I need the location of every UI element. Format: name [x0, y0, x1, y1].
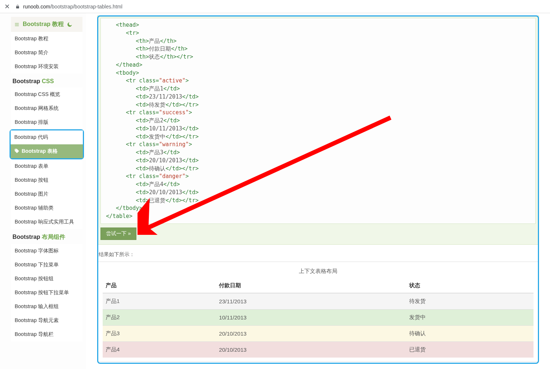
sidebar-item[interactable]: Bootstrap 导航元素	[11, 314, 82, 328]
sidebar-item-label: Bootstrap 导航元素	[15, 317, 59, 323]
sidebar-item-label: Bootstrap 导航栏	[15, 331, 54, 337]
sidebar-item-label: Bootstrap CSS 概览	[15, 91, 60, 97]
table-cell: 产品1	[103, 293, 216, 310]
table-cell: 10/11/2013	[216, 309, 406, 325]
sidebar-item[interactable]: Bootstrap 教程	[11, 32, 82, 46]
sidebar-item-label: Bootstrap 图片	[15, 191, 48, 197]
table-caption: 上下文表格布局	[103, 266, 534, 278]
table-cell: 23/11/2013	[216, 293, 406, 310]
sidebar-item[interactable]: Bootstrap 网格系统	[11, 101, 82, 115]
sidebar-item-label: Bootstrap 排版	[15, 119, 48, 125]
sidebar-item-label: Bootstrap 代码	[14, 134, 48, 140]
sidebar-header-label: Bootstrap 教程	[23, 21, 64, 28]
table-cell: 待发货	[406, 293, 534, 310]
menu-icon	[14, 22, 20, 27]
sidebar-item[interactable]: Bootstrap 简介	[11, 46, 82, 60]
sidebar-item-label: Bootstrap 输入框组	[15, 303, 59, 309]
sidebar-header[interactable]: Bootstrap 教程	[11, 17, 82, 32]
moon-icon[interactable]	[67, 22, 73, 27]
sidebar-item-label: Bootstrap 环境安装	[15, 63, 59, 69]
main-content: <thead> <tr> <th>产品</th> <th>付款日期</th> <…	[86, 13, 550, 369]
sidebar-item[interactable]: Bootstrap 排版	[11, 115, 82, 129]
table-row: 产品210/11/2013发货中	[103, 309, 534, 325]
sidebar-item-label: Bootstrap 辅助类	[15, 205, 54, 211]
sidebar-item[interactable]: Bootstrap 表格	[11, 144, 83, 158]
sidebar-item[interactable]: Bootstrap 环境安装	[11, 60, 82, 74]
sidebar-item-label: Bootstrap 简介	[15, 49, 48, 55]
sidebar-item-label: Bootstrap 表单	[15, 163, 48, 169]
sidebar-item-label: Bootstrap 字体图标	[15, 248, 59, 254]
sidebar-item[interactable]: Bootstrap 导航栏	[11, 328, 82, 341]
table-cell: 产品4	[103, 341, 216, 358]
sidebar-section-title: Bootstrap CSS	[11, 74, 82, 88]
sidebar-item[interactable]: Bootstrap 字体图标	[11, 244, 82, 258]
code-block: <thead> <tr> <th>产品</th> <th>付款日期</th> <…	[100, 18, 536, 224]
table-cell: 待确认	[406, 325, 534, 341]
try-it-button[interactable]: 尝试一下 »	[100, 228, 136, 240]
table-header-cell: 状态	[406, 278, 534, 293]
table-cell: 20/10/2013	[216, 341, 406, 358]
sidebar-section-title: Bootstrap 布局组件	[11, 229, 82, 244]
table-row: 产品320/10/2013待确认	[103, 325, 534, 341]
code-example-box: <thead> <tr> <th>产品</th> <th>付款日期</th> <…	[97, 15, 539, 245]
close-icon[interactable]: ✕	[4, 3, 10, 11]
sidebar-item-label: Bootstrap 响应式实用工具	[15, 219, 74, 225]
table-cell: 发货中	[406, 309, 534, 325]
sidebar-item-label: Bootstrap 网格系统	[15, 105, 59, 111]
table-header-cell: 付款日期	[216, 278, 406, 293]
sidebar-item-label: Bootstrap 按钮组	[15, 275, 54, 281]
result-table-box: 上下文表格布局 产品付款日期状态 产品123/11/2013待发货产品210/1…	[97, 262, 539, 362]
sidebar-item-label: Bootstrap 按钮下拉菜单	[15, 289, 69, 295]
sidebar-item[interactable]: Bootstrap 按钮组	[11, 272, 82, 286]
table-cell: 20/10/2013	[216, 325, 406, 341]
sidebar-item[interactable]: Bootstrap 辅助类	[11, 201, 82, 215]
sidebar-item[interactable]: Bootstrap 输入框组	[11, 300, 82, 314]
sidebar-item[interactable]: Bootstrap 按钮下拉菜单	[11, 286, 82, 300]
sidebar-item[interactable]: Bootstrap 下拉菜单	[11, 258, 82, 272]
table-cell: 产品3	[103, 325, 216, 341]
sidebar-item-label: Bootstrap 下拉菜单	[15, 262, 59, 267]
sidebar-item[interactable]: Bootstrap 图片	[11, 187, 82, 201]
sidebar-item[interactable]: Bootstrap 表单	[11, 159, 82, 173]
lock-icon	[15, 4, 20, 9]
table-row: 产品420/10/2013已退货	[103, 341, 534, 358]
sidebar-item-label: Bootstrap 教程	[15, 36, 48, 41]
sidebar-item[interactable]: Bootstrap 代码	[11, 130, 83, 144]
table-header-cell: 产品	[103, 278, 216, 293]
annotation-highlight-sidebar: Bootstrap 代码Bootstrap 表格	[10, 129, 84, 159]
table-cell: 产品2	[103, 309, 216, 325]
sidebar-item[interactable]: Bootstrap 响应式实用工具	[11, 215, 82, 229]
sidebar-item[interactable]: Bootstrap 按钮	[11, 173, 82, 187]
result-label: 结果如下所示：	[99, 251, 539, 258]
browser-address-bar: ✕ runoob.com/bootstrap/bootstrap-tables.…	[0, 0, 550, 13]
tag-icon	[14, 148, 19, 154]
table-row: 产品123/11/2013待发货	[103, 293, 534, 310]
sidebar-nav: Bootstrap 教程 Bootstrap 教程Bootstrap 简介Boo…	[0, 13, 82, 369]
sidebar-item-label: Bootstrap 按钮	[15, 177, 48, 183]
demo-table: 产品付款日期状态 产品123/11/2013待发货产品210/11/2013发货…	[103, 278, 534, 358]
table-cell: 已退货	[406, 341, 534, 358]
sidebar-item-label: Bootstrap 表格	[22, 148, 58, 154]
sidebar-item[interactable]: Bootstrap CSS 概览	[11, 88, 82, 101]
url-text[interactable]: runoob.com/bootstrap/bootstrap-tables.ht…	[23, 4, 122, 10]
